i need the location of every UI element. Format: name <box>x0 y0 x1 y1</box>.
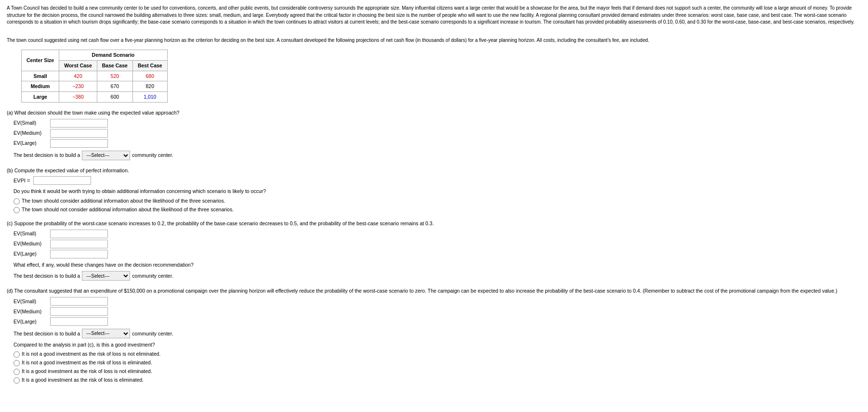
table-size-cell: Small <box>22 71 59 81</box>
section-c-label: (c) Suppose the probability of the worst… <box>7 220 861 227</box>
demand-scenario-header: Demand Scenario <box>59 50 167 61</box>
section-a-label: (a) What decision should the town make u… <box>7 109 861 116</box>
ev-large-input[interactable] <box>50 139 108 148</box>
table-best-cell: 680 <box>132 71 167 81</box>
worthwhile-question: Do you think it would be worth trying to… <box>13 188 861 195</box>
ev-large-c-label: EV(Large) <box>13 250 47 258</box>
best-decision-prefix-a: The best decision is to build a <box>13 152 80 159</box>
ev-medium-c-input[interactable] <box>50 240 108 248</box>
section-b-question: Compute the expected value of perfect in… <box>14 167 129 173</box>
best-decision-d: The best decision is to build a ---Selec… <box>13 329 861 338</box>
what-effect-c: What effect, if any, would these changes… <box>13 261 861 269</box>
center-size-select-d[interactable]: ---Select---smallmediumlarge <box>82 329 130 338</box>
section-b-label: (b) Compute the expected value of perfec… <box>7 167 861 174</box>
radio-b-1-label: The town should consider additional info… <box>22 197 225 205</box>
best-decision-suffix-a: community center. <box>132 152 173 159</box>
ev-small-label: EV(Small) <box>13 119 47 127</box>
evpi-row: EVPI = <box>13 176 861 185</box>
best-case-col-header: Best Case <box>132 61 167 71</box>
radio-b-2-label: The town should not consider additional … <box>22 206 234 213</box>
ev-medium-c-row: EV(Medium) <box>13 240 861 248</box>
ev-large-c-input[interactable] <box>50 250 108 258</box>
ev-medium-c-label: EV(Medium) <box>13 240 47 247</box>
radio-d-3: It is a good investment as the risk of l… <box>13 368 861 375</box>
section-c-question: Suppose the probability of the worst-cas… <box>14 220 434 226</box>
table-base-cell: 600 <box>97 92 132 103</box>
radio-d-4-input[interactable] <box>13 377 20 384</box>
best-decision-c: The best decision is to build a ---Selec… <box>13 271 861 281</box>
ev-medium-row: EV(Medium) <box>13 129 861 138</box>
section-a-question: What decision should the town make using… <box>14 110 180 116</box>
radio-d-3-label: It is a good investment as the risk of l… <box>22 368 152 375</box>
ev-medium-d-label: EV(Medium) <box>13 308 47 315</box>
section-c: (c) Suppose the probability of the worst… <box>7 220 861 281</box>
radio-d-1: It is not a good investment as the risk … <box>13 350 861 358</box>
ev-small-c-row: EV(Small) <box>13 230 861 238</box>
center-size-select-c[interactable]: ---Select---smallmediumlarge <box>82 271 130 281</box>
ev-small-d-row: EV(Small) <box>13 297 861 306</box>
intro-paragraph1: A Town Council has decided to build a ne… <box>7 5 861 26</box>
ev-small-c-label: EV(Small) <box>13 230 47 237</box>
evpi-label: EVPI = <box>13 177 30 184</box>
best-decision-a: The best decision is to build a ---Selec… <box>13 151 861 160</box>
radio-b-2-input[interactable] <box>13 207 20 213</box>
radio-d-2-input[interactable] <box>13 360 20 366</box>
ev-large-d-input[interactable] <box>50 317 108 326</box>
radio-d-2-label: It is not a good investment as the risk … <box>22 359 152 366</box>
worst-case-col-header: Worst Case <box>59 61 97 71</box>
radio-b-2: The town should not consider additional … <box>13 206 861 213</box>
ev-large-label: EV(Large) <box>13 140 47 147</box>
table-best-cell: 1,010 <box>132 92 167 103</box>
radio-d-4: It is a good investment as the risk of l… <box>13 376 861 384</box>
radio-d-4-label: It is a good investment as the risk of l… <box>22 376 144 384</box>
radio-d-1-input[interactable] <box>13 351 20 358</box>
table-base-cell: 670 <box>97 81 132 92</box>
table-best-cell: 820 <box>132 81 167 92</box>
ev-large-c-row: EV(Large) <box>13 250 861 258</box>
table-worst-cell: −380 <box>59 92 97 103</box>
section-b: (b) Compute the expected value of perfec… <box>7 167 861 213</box>
evpi-input[interactable] <box>33 176 91 185</box>
ev-small-d-input[interactable] <box>50 297 108 306</box>
ev-small-input[interactable] <box>50 119 108 128</box>
radio-d-2: It is not a good investment as the risk … <box>13 359 861 366</box>
radio-b-1: The town should consider additional info… <box>13 197 861 205</box>
section-d: (d) The consultant suggested that an exp… <box>7 287 861 383</box>
section-d-label: (d) The consultant suggested that an exp… <box>7 287 861 295</box>
ev-medium-d-row: EV(Medium) <box>13 307 861 316</box>
table-base-cell: 520 <box>97 71 132 81</box>
best-decision-prefix-c: The best decision is to build a <box>13 272 80 280</box>
data-table: Center Size Demand Scenario Worst Case B… <box>21 50 861 102</box>
intro-paragraph2: The town council suggested using net cas… <box>7 37 861 44</box>
center-size-header: Center Size <box>22 50 59 71</box>
best-decision-prefix-d: The best decision is to build a <box>13 330 80 337</box>
best-decision-suffix-d: community center. <box>132 330 173 337</box>
base-case-col-header: Base Case <box>97 61 132 71</box>
ev-medium-label: EV(Medium) <box>13 129 47 137</box>
ev-large-row: EV(Large) <box>13 139 861 148</box>
ev-small-d-label: EV(Small) <box>13 298 47 305</box>
ev-small-row: EV(Small) <box>13 119 861 128</box>
ev-medium-d-input[interactable] <box>50 307 108 316</box>
compared-question-d: Compared to the analysis in part (c), is… <box>13 341 861 348</box>
ev-large-d-row: EV(Large) <box>13 317 861 326</box>
radio-b-1-input[interactable] <box>13 198 20 205</box>
radio-d-3-input[interactable] <box>13 369 20 375</box>
best-decision-suffix-c: community center. <box>132 272 173 280</box>
section-d-question: The consultant suggested that an expendi… <box>14 288 838 294</box>
ev-small-c-input[interactable] <box>50 230 108 238</box>
ev-medium-input[interactable] <box>50 129 108 138</box>
center-size-select-a[interactable]: ---Select---smallmediumlarge <box>82 151 130 160</box>
ev-large-d-label: EV(Large) <box>13 318 47 325</box>
table-size-cell: Large <box>22 92 59 103</box>
section-a: (a) What decision should the town make u… <box>7 109 861 160</box>
table-worst-cell: 420 <box>59 71 97 81</box>
table-worst-cell: −230 <box>59 81 97 92</box>
table-size-cell: Medium <box>22 81 59 92</box>
radio-d-1-label: It is not a good investment as the risk … <box>22 350 160 358</box>
